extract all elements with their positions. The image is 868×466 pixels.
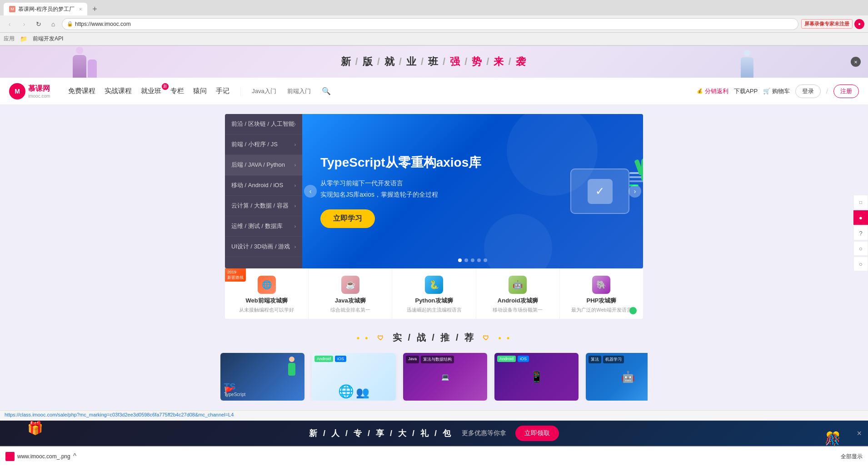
cart-btn[interactable]: 🛒 购物车 <box>763 87 790 95</box>
ext-icon: ● <box>854 19 864 29</box>
path-php-title: PHP攻城狮 <box>587 297 617 305</box>
side-icon-2: ? <box>859 230 862 237</box>
hero-dot-0[interactable] <box>458 258 462 262</box>
hero-next-btn[interactable]: › <box>629 185 641 198</box>
side-btn-2[interactable]: ? <box>853 226 868 240</box>
banner-char-ban2: 班 <box>428 55 440 69</box>
bookmark-api[interactable]: 前端开发API <box>33 35 63 43</box>
bottom-banner-text: 新 / 人 / 专 / 享 / 大 / 礼 / 包 <box>309 428 453 439</box>
refresh-btn[interactable]: ↻ <box>33 18 45 30</box>
hero-dots <box>458 258 487 262</box>
back-btn[interactable]: ‹ <box>4 18 15 30</box>
section-deco-left: ● ● <box>356 335 370 341</box>
hero-prev-btn[interactable]: ‹ <box>304 185 317 198</box>
sidebar-item-cloud[interactable]: 云计算 / 大数据 / 容器 › <box>225 196 302 216</box>
tab-title: 慕课网-程序员的梦工厂 <box>18 5 75 13</box>
side-icon-4: ○ <box>859 261 863 268</box>
banner-char-lai: 来 <box>494 55 505 69</box>
banner-close-btn[interactable]: × <box>851 57 861 67</box>
hero-cta-btn[interactable]: 立即学习 <box>320 209 375 228</box>
hero-dot-1[interactable] <box>464 258 468 262</box>
path-php[interactable]: 🐘 PHP攻城狮 最为广泛的Web端开发语言 <box>560 268 643 319</box>
hero-figure <box>625 150 643 218</box>
tab-close-btn[interactable]: × <box>79 6 82 12</box>
ts-figure <box>283 357 301 379</box>
arrow-icon: › <box>294 244 296 249</box>
job-class-badge: 新 <box>162 83 169 90</box>
section-shield-icon-left: 🛡 <box>377 334 385 342</box>
nav-qa[interactable]: 猿问 <box>193 85 207 97</box>
download-arrow[interactable]: ^ <box>73 452 77 461</box>
nav-notes[interactable]: 手记 <box>216 85 229 97</box>
bottom-banner-close[interactable]: × <box>857 429 862 438</box>
tag-android: Android <box>314 356 333 362</box>
path-java[interactable]: ☕ Java攻城狮 综合就业排名第一 <box>309 268 392 319</box>
download-app-btn[interactable]: 下载APP <box>734 87 758 95</box>
register-btn[interactable]: 注册 <box>833 84 859 98</box>
return-btn[interactable]: 💰 分销返利 <box>697 87 728 95</box>
nav-practice-courses[interactable]: 实战课程 <box>105 85 132 97</box>
arrow-icon: › <box>294 122 296 127</box>
address-bar[interactable]: 🔒 https://www.imooc.com <box>62 18 798 30</box>
show-all-btn[interactable]: 全部显示 <box>841 453 863 461</box>
path-java-icon: ☕ <box>341 276 359 294</box>
banner-right-figure: 🎊 <box>825 431 841 446</box>
side-btn-4[interactable]: ○ <box>853 257 868 271</box>
course-card-img-ts: TS TypeScript 🚩 <box>220 353 304 401</box>
hero-dot-4[interactable] <box>484 258 487 262</box>
sidebar-item-frontend[interactable]: 前端 / 小程序 / JS › <box>225 134 302 155</box>
bg-circle-2 <box>484 214 552 268</box>
sidebar-item-backend[interactable]: 后端 / JAVA / Python › <box>225 155 302 175</box>
sidebar-item-ops[interactable]: 运维 / 测试 / 数据库 › <box>225 216 302 237</box>
bottom-banner-cta[interactable]: 立即领取 <box>515 426 559 441</box>
download-filename: www.imooc.com_.png <box>17 453 70 460</box>
url-text: https://www.imooc.com <box>75 21 793 27</box>
course-card-java[interactable]: Java 算法与数据结构 💻 <box>403 353 487 401</box>
side-btn-red[interactable]: ● <box>853 210 868 225</box>
active-tab[interactable]: M 慕课网-程序员的梦工厂 × <box>4 3 87 15</box>
logo-name: 慕课网 <box>28 84 50 94</box>
screen-recorder-ext[interactable]: 屏幕录像专家未注册 <box>801 19 853 29</box>
course-card-ml[interactable]: 算法 机器学习 🤖 <box>586 353 648 401</box>
side-btn-3[interactable]: ○ <box>853 241 868 256</box>
new-tab-btn[interactable]: + <box>89 4 100 15</box>
logo-icon: M <box>9 83 25 99</box>
download-file-icon <box>5 452 15 461</box>
sidebar-item-frontier[interactable]: 前沿 / 区块链 / 人工智能 › <box>225 114 302 134</box>
nav-java-intro[interactable]: Java入门 <box>252 85 276 97</box>
path-python-title: Python攻城狮 <box>415 297 453 305</box>
site-logo[interactable]: M 慕课网 imooc.com <box>9 83 50 99</box>
course-cards: TS TypeScript 🚩 <box>220 353 648 401</box>
path-android[interactable]: 🤖 Android攻城狮 移动设备市场份额第一 <box>476 268 560 319</box>
course-card-img-algo2: Android iOS 📱 <box>494 353 579 401</box>
side-btn-1[interactable]: □ <box>853 195 868 209</box>
nav-free-courses[interactable]: 免费课程 <box>68 85 95 97</box>
nav-frontend-intro[interactable]: 前端入门 <box>287 85 311 97</box>
sidebar-item-mobile[interactable]: 移动 / Android / iOS › <box>225 175 302 196</box>
hero-dot-3[interactable] <box>477 258 481 262</box>
course-card-android2[interactable]: Android iOS 📱 <box>494 353 579 401</box>
tag-algo: 算法 <box>589 356 601 363</box>
banner-char-ban: 版 <box>363 55 374 69</box>
path-python[interactable]: 🐍 Python攻城狮 迅速崛起的主流编程语言 <box>392 268 476 319</box>
nav-job-class[interactable]: 就业班 新 <box>141 85 161 97</box>
sidebar-item-ui[interactable]: UI设计 / 3D动画 / 游戏 › <box>225 237 302 257</box>
hero-section: 前沿 / 区块链 / 人工智能 › 前端 / 小程序 / JS › 后端 / J… <box>225 114 643 268</box>
course-card-android[interactable]: Android iOS 🌐 👥 <box>312 353 396 401</box>
banner-deco-right <box>741 46 777 78</box>
bookmark-folder-icon: 📁 <box>20 35 27 42</box>
home-btn[interactable]: ⌂ <box>47 18 59 30</box>
hero-dot-2[interactable] <box>471 258 474 262</box>
path-web-icon: 🌐 <box>258 276 276 294</box>
status-bar: https://class.imooc.com/sale/php?mc_mark… <box>0 410 868 419</box>
login-btn[interactable]: 登录 <box>795 84 821 98</box>
forward-btn[interactable]: › <box>18 18 30 30</box>
main-content: 前沿 / 区块链 / 人工智能 › 前端 / 小程序 / JS › 后端 / J… <box>0 105 868 410</box>
section-title: ● ● 🛡 实 / 战 / 推 / 荐 🛡 ● ● <box>356 332 512 344</box>
course-card-ts[interactable]: TS TypeScript 🚩 <box>220 353 304 401</box>
arrow-icon: › <box>294 224 296 229</box>
new-path-badge: 2019 新晋路线 <box>225 268 246 282</box>
search-btn[interactable]: 🔍 <box>322 87 331 95</box>
banner-content: 新 / 版 / 就 / 业 / 班 / 强 / 势 / 来 / 袭 <box>341 55 528 69</box>
nav-columns[interactable]: 专栏 <box>170 85 184 97</box>
